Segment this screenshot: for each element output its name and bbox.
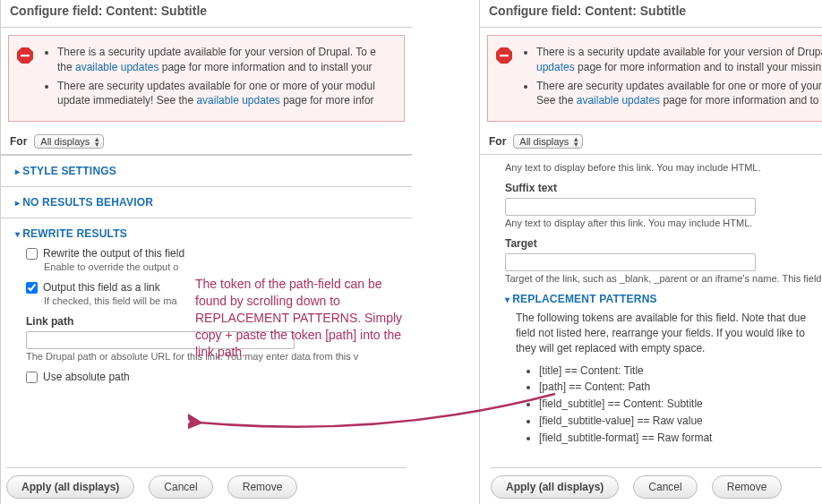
token-item: [field_subtitle-value] == Raw value [539, 414, 822, 429]
alert-text: There are security updates available for… [57, 80, 375, 92]
token-item: [path] == Content: Path [539, 380, 822, 395]
suffix-input[interactable] [505, 198, 756, 216]
target-help: Target of the link, such as _blank, _par… [505, 273, 822, 284]
available-updates-link[interactable]: available updates [577, 94, 660, 107]
apply-button[interactable]: Apply (all displays) [491, 475, 619, 499]
for-row: For All displays ▴▾ [480, 129, 822, 155]
available-updates-link[interactable]: available updates [196, 94, 279, 107]
prefix-help: Any text to display before this link. Yo… [505, 162, 822, 173]
display-select[interactable]: All displays ▴▾ [34, 134, 104, 149]
annotation-text: The token of the path-field can be found… [195, 276, 407, 360]
use-absolute-checkbox[interactable] [26, 372, 38, 383]
for-row: For All displays ▴▾ [1, 129, 412, 155]
apply-button[interactable]: Apply (all displays) [6, 475, 134, 499]
dialog-title: Configure field: Content: Subtitle [1, 0, 412, 28]
chevrons-icon: ▴▾ [574, 136, 578, 147]
target-input[interactable] [505, 253, 756, 271]
error-icon [495, 47, 513, 64]
output-as-link-checkbox[interactable] [26, 282, 38, 294]
replacement-patterns-toggle[interactable]: REPLACEMENT PATTERNS [505, 293, 822, 305]
select-value: All displays [40, 136, 90, 147]
remove-button[interactable]: Remove [227, 475, 298, 499]
rewrite-output-help: Enable to override the output o [44, 261, 398, 272]
security-alert: There is a security update available for… [8, 35, 405, 122]
token-item: [title] == Content: Title [539, 363, 822, 379]
dialog-title: Configure field: Content: Subtitle [480, 0, 822, 28]
cancel-button[interactable]: Cancel [633, 475, 697, 499]
no-results-toggle[interactable]: NO RESULTS BEHAVIOR [15, 196, 398, 209]
token-item: [field_subtitle-format] == Raw format [539, 431, 822, 446]
suffix-help: Any text to display after this link. You… [505, 218, 822, 228]
for-label: For [489, 135, 506, 148]
rewrite-output-label: Rewrite the output of this field [43, 247, 184, 260]
chevrons-icon: ▴▾ [95, 136, 99, 147]
rewrite-output-checkbox[interactable] [26, 248, 38, 260]
cancel-button[interactable]: Cancel [149, 475, 212, 499]
alert-text: There is a security update available for… [57, 46, 376, 58]
use-absolute-label: Use absolute path [43, 371, 130, 383]
target-label: Target [505, 237, 822, 250]
for-label: For [10, 135, 27, 148]
output-as-link-label: Output this field as a link [43, 281, 160, 294]
suffix-label: Suffix text [505, 182, 822, 194]
svg-rect-3 [500, 55, 509, 56]
token-item: [field_subtitle] == Content: Subtitle [539, 397, 822, 412]
svg-rect-1 [21, 55, 30, 56]
available-updates-link[interactable]: available updates [75, 61, 158, 73]
error-icon [16, 47, 34, 64]
rewrite-results-toggle[interactable]: REWRITE RESULTS [15, 227, 398, 240]
display-select[interactable]: All displays ▴▾ [513, 134, 583, 149]
replacement-intro: The following tokens are available for t… [516, 311, 822, 355]
remove-button[interactable]: Remove [712, 475, 783, 499]
security-alert: There is a security update available for… [487, 35, 822, 122]
select-value: All displays [519, 136, 569, 147]
annotation-arrow-icon [188, 385, 564, 439]
available-updates-link[interactable]: updates [536, 61, 575, 73]
style-settings-toggle[interactable]: STYLE SETTINGS [15, 165, 398, 177]
